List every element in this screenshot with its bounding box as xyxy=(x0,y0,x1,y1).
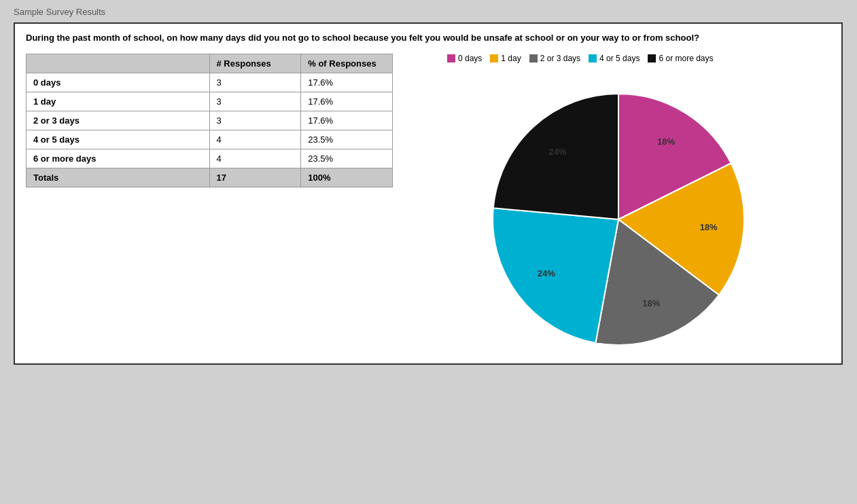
legend-item: 4 or 5 days xyxy=(589,54,640,63)
content-area: # Responses % of Responses 0 days 3 17.6… xyxy=(26,54,830,355)
col-header-responses: # Responses xyxy=(209,54,301,73)
pie-label-1: 18% xyxy=(700,222,718,232)
pie-chart: 18%18%18%24%24% xyxy=(476,70,761,355)
row-percent: 17.6% xyxy=(301,73,393,92)
col-header-percent: % of Responses xyxy=(301,54,393,73)
row-count: 3 xyxy=(209,111,301,130)
legend-label: 6 or more days xyxy=(659,54,713,63)
legend-item: 6 or more days xyxy=(648,54,713,63)
question-text: During the past month of school, on how … xyxy=(26,32,830,44)
table-row: 4 or 5 days 4 23.5% xyxy=(27,130,393,149)
row-label: 6 or more days xyxy=(27,149,210,168)
table-row: 6 or more days 4 23.5% xyxy=(27,149,393,168)
pie-label-3: 24% xyxy=(538,268,555,278)
legend-label: 4 or 5 days xyxy=(599,54,640,63)
legend-color-swatch xyxy=(447,54,455,62)
row-percent: 23.5% xyxy=(301,130,393,149)
row-percent: 17.6% xyxy=(301,92,393,111)
pie-container: 18%18%18%24%24% xyxy=(476,70,761,355)
legend-item: 2 or 3 days xyxy=(529,54,580,63)
totals-percent: 100% xyxy=(301,168,393,187)
chart-area: 0 days1 day2 or 3 days4 or 5 days6 or mo… xyxy=(393,54,830,355)
totals-label: Totals xyxy=(27,168,210,187)
row-count: 4 xyxy=(209,149,301,168)
legend-label: 2 or 3 days xyxy=(540,54,580,63)
totals-row: Totals 17 100% xyxy=(27,168,393,187)
chart-legend: 0 days1 day2 or 3 days4 or 5 days6 or mo… xyxy=(406,54,714,63)
table-row: 0 days 3 17.6% xyxy=(27,73,393,92)
legend-color-swatch xyxy=(529,54,538,62)
table-body: 0 days 3 17.6% 1 day 3 17.6% 2 or 3 days… xyxy=(27,73,393,168)
legend-color-swatch xyxy=(490,54,498,62)
row-count: 3 xyxy=(209,73,301,92)
totals-count: 17 xyxy=(209,168,301,187)
row-label: 1 day xyxy=(27,92,210,111)
row-count: 4 xyxy=(209,130,301,149)
row-count: 3 xyxy=(209,92,301,111)
legend-color-swatch xyxy=(648,54,656,62)
table-row: 1 day 3 17.6% xyxy=(27,92,393,111)
row-percent: 17.6% xyxy=(301,111,393,130)
pie-slice-3 xyxy=(493,208,618,343)
data-table: # Responses % of Responses 0 days 3 17.6… xyxy=(26,54,393,187)
legend-label: 1 day xyxy=(501,54,521,63)
pie-label-2: 18% xyxy=(642,298,660,308)
row-label: 4 or 5 days xyxy=(27,130,210,149)
legend-item: 1 day xyxy=(490,54,521,63)
col-header-label xyxy=(27,54,210,73)
legend-item: 0 days xyxy=(447,54,482,63)
row-label: 2 or 3 days xyxy=(27,111,210,130)
table-row: 2 or 3 days 3 17.6% xyxy=(27,111,393,130)
pie-label-4: 24% xyxy=(548,147,566,157)
main-container: During the past month of school, on how … xyxy=(14,22,843,365)
page-title: Sample Survey Results xyxy=(14,7,105,17)
row-label: 0 days xyxy=(27,73,210,92)
legend-color-swatch xyxy=(589,54,597,62)
legend-label: 0 days xyxy=(458,54,482,63)
pie-label-0: 18% xyxy=(657,137,675,147)
row-percent: 23.5% xyxy=(301,149,393,168)
